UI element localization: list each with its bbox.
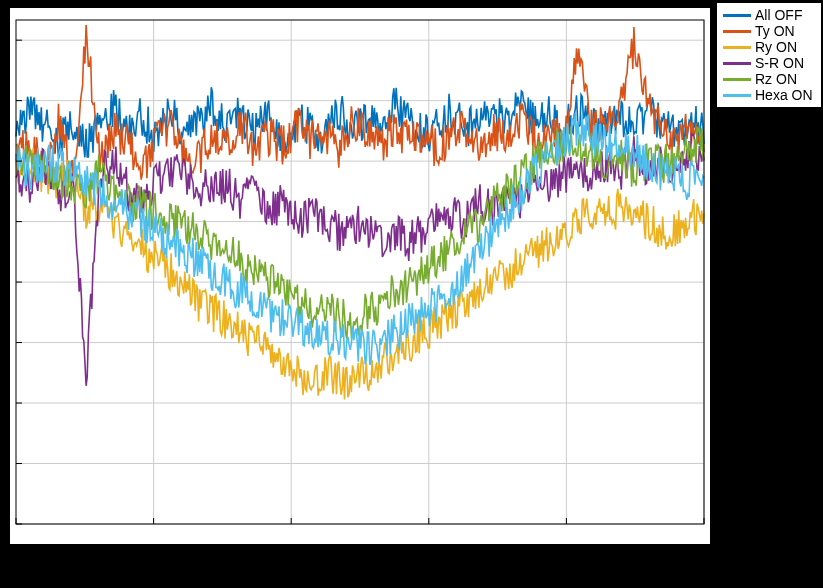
legend-item: Ry ON <box>723 39 813 55</box>
legend-label: All OFF <box>755 7 802 23</box>
legend-item: Hexa ON <box>723 87 813 103</box>
legend-swatch <box>723 30 751 33</box>
legend-swatch <box>723 94 751 97</box>
legend-swatch <box>723 62 751 65</box>
legend-label: Ty ON <box>755 23 795 39</box>
legend-item: All OFF <box>723 7 813 23</box>
legend-swatch <box>723 46 751 49</box>
legend-item: Rz ON <box>723 71 813 87</box>
legend-item: Ty ON <box>723 23 813 39</box>
legend-label: Hexa ON <box>755 87 813 103</box>
legend: All OFFTy ONRy ONS-R ONRz ONHexa ON <box>716 2 822 108</box>
legend-swatch <box>723 78 751 81</box>
legend-label: Rz ON <box>755 71 797 87</box>
legend-label: Ry ON <box>755 39 797 55</box>
plot-area <box>10 8 710 544</box>
legend-label: S-R ON <box>755 55 804 71</box>
legend-swatch <box>723 14 751 17</box>
plot-svg <box>10 8 710 544</box>
legend-item: S-R ON <box>723 55 813 71</box>
chart-container: All OFFTy ONRy ONS-R ONRz ONHexa ON <box>0 0 823 588</box>
